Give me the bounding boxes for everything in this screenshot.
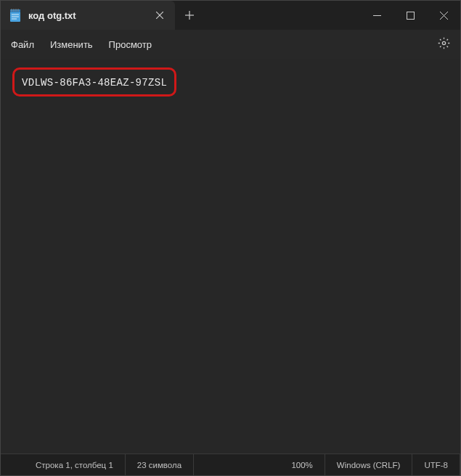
tab-title: код otg.txt [28, 10, 146, 21]
close-window-button[interactable] [427, 1, 460, 30]
content-highlight: VDLWS-86FA3-48EAZ-97ZSL [12, 67, 176, 97]
notepad-window: код otg.txt [0, 0, 461, 476]
status-position: Строка 1, столбец 1 [1, 454, 126, 475]
status-zoom[interactable]: 100% [280, 454, 325, 475]
notepad-icon [9, 8, 21, 22]
menu-file[interactable]: Файл [11, 39, 34, 50]
menu-items: Файл Изменить Просмотр [11, 39, 152, 50]
status-encoding[interactable]: UTF-8 [412, 454, 460, 475]
svg-rect-14 [407, 12, 414, 19]
menu-view[interactable]: Просмотр [109, 39, 152, 50]
tab-area: код otg.txt [1, 1, 204, 30]
close-tab-button[interactable] [153, 8, 166, 22]
maximize-button[interactable] [393, 1, 427, 30]
statusbar: Строка 1, столбец 1 23 символа 100% Wind… [1, 454, 460, 475]
tab-active[interactable]: код otg.txt [1, 1, 175, 30]
editor-area[interactable]: VDLWS-86FA3-48EAZ-97ZSL [1, 59, 460, 454]
status-lineending[interactable]: Windows (CRLF) [325, 454, 413, 475]
menu-edit[interactable]: Изменить [50, 39, 93, 50]
minimize-button[interactable] [360, 1, 393, 30]
titlebar: код otg.txt [1, 1, 460, 30]
window-controls [360, 1, 460, 30]
editor-content: VDLWS-86FA3-48EAZ-97ZSL [22, 77, 167, 89]
svg-point-17 [442, 41, 445, 44]
menubar: Файл Изменить Просмотр [1, 30, 460, 59]
new-tab-button[interactable] [175, 1, 204, 30]
settings-button[interactable] [438, 37, 450, 52]
status-charcount: 23 символа [126, 454, 194, 475]
